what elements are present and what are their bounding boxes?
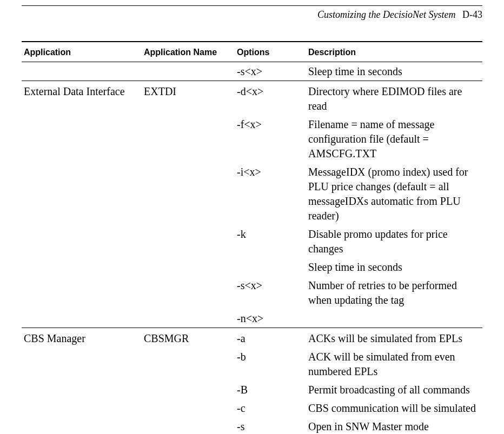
cell-description: ACKs will be simulated from EPLs [306,328,482,348]
cell-option: -i<x> [235,163,306,225]
cell-description: Disable promo updates for price changes [306,225,482,258]
cell-application-name [142,225,235,258]
cell-option: -b [235,348,306,380]
table-row: -cCBS communication will be simulated [22,399,482,417]
cell-option [235,258,306,276]
cell-option: -d<x> [235,81,306,116]
cell-application [22,225,142,258]
table-row: -kDisable promo updates for price change… [22,225,482,258]
cell-application [22,276,142,309]
table-header-row: Application Application Name Options Des… [22,42,482,62]
cell-application [22,399,142,417]
cell-application-name [142,258,235,276]
cell-option: -s<x> [235,62,306,81]
cell-application-name: CBSMGR [142,328,235,348]
cell-application [22,115,142,163]
running-head: Customizing the DecisioNet System D-43 [22,6,482,22]
cell-application-name [142,380,235,399]
cell-description: Directory where EDIMOD files are read [306,81,482,116]
cell-application: External Data Interface [22,81,142,116]
cell-application-name [142,276,235,309]
cell-description: Permit broadcasting of all commands [306,380,482,399]
cell-application-name [142,309,235,328]
col-header-application: Application [22,42,142,62]
cell-application-name [142,115,235,163]
table-row: -BPermit broadcasting of all commands [22,380,482,399]
cell-description: Number of retries to be performed when u… [306,276,482,309]
running-head-title: Customizing the DecisioNet System [317,9,455,20]
table-row: CBS ManagerCBSMGR-aACKs will be simulate… [22,328,482,348]
cell-application [22,258,142,276]
cell-application [22,62,142,81]
cell-description: Sleep time in seconds [306,62,482,81]
cell-description [306,309,482,328]
cell-option: -B [235,380,306,399]
document-page: Customizing the DecisioNet System D-43 A… [0,5,504,434]
table-row: -s<x>Number of retries to be performed w… [22,276,482,309]
cell-option: -n<x> [235,309,306,328]
cell-application-name [142,417,235,434]
table-row: -i<x>MessageIDX (promo index) used for P… [22,163,482,225]
cell-application-name [142,399,235,417]
cell-application: CBS Manager [22,328,142,348]
table-row: -bACK will be simulated from even number… [22,348,482,380]
table-row: -sOpen in SNW Master mode [22,417,482,434]
table-row: Sleep time in seconds [22,258,482,276]
col-header-description: Description [306,42,482,62]
cell-application-name [142,62,235,81]
cell-description: Filename = name of message configuration… [306,115,482,163]
cell-application [22,163,142,225]
cell-option: -s<x> [235,276,306,309]
cell-description: Open in SNW Master mode [306,417,482,434]
table-row: -s<x>Sleep time in seconds [22,62,482,81]
cell-application-name [142,348,235,380]
cell-application [22,348,142,380]
table-body: -s<x>Sleep time in secondsExternal Data … [22,62,482,435]
cell-description: ACK will be simulated from even numbered… [306,348,482,380]
cell-application [22,309,142,328]
table-row: -f<x>Filename = name of message configur… [22,115,482,163]
col-header-application-name: Application Name [142,42,235,62]
cell-application-name: EXTDI [142,81,235,116]
cell-application [22,380,142,399]
cell-description: CBS communication will be simulated [306,399,482,417]
cell-option: -c [235,399,306,417]
cell-description: Sleep time in seconds [306,258,482,276]
table-row: External Data InterfaceEXTDI-d<x>Directo… [22,81,482,116]
cell-application-name [142,163,235,225]
cell-option: -k [235,225,306,258]
cell-option: -a [235,328,306,348]
cell-option: -f<x> [235,115,306,163]
table-row: -n<x> [22,309,482,328]
options-table: Application Application Name Options Des… [22,41,482,434]
col-header-options: Options [235,42,306,62]
cell-application [22,417,142,434]
page-number: D-43 [462,9,482,20]
cell-option: -s [235,417,306,434]
cell-description: MessageIDX (promo index) used for PLU pr… [306,163,482,225]
